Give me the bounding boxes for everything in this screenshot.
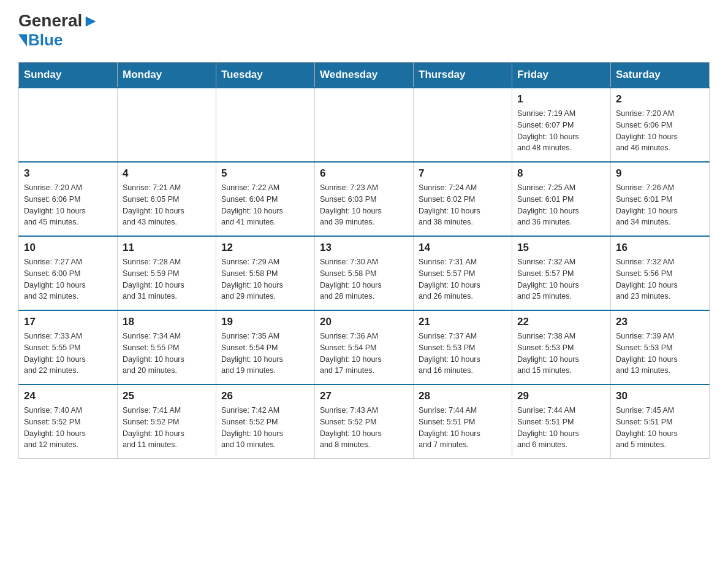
logo-blue-text: Blue: [28, 31, 63, 50]
weekday-header-row: SundayMondayTuesdayWednesdayThursdayFrid…: [19, 63, 710, 88]
logo-blue-row: Blue: [18, 31, 63, 50]
day-number: 22: [517, 316, 605, 328]
day-number: 18: [123, 316, 211, 328]
week-row-2: 3Sunrise: 7:20 AM Sunset: 6:06 PM Daylig…: [19, 162, 710, 236]
day-number: 20: [320, 316, 408, 328]
calendar-cell: [118, 88, 216, 162]
day-info: Sunrise: 7:21 AM Sunset: 6:05 PM Dayligh…: [123, 182, 211, 228]
day-info: Sunrise: 7:37 AM Sunset: 5:53 PM Dayligh…: [419, 331, 507, 377]
calendar-cell: 6Sunrise: 7:23 AM Sunset: 6:03 PM Daylig…: [315, 162, 414, 236]
day-info: Sunrise: 7:19 AM Sunset: 6:07 PM Dayligh…: [517, 108, 605, 154]
day-info: Sunrise: 7:34 AM Sunset: 5:55 PM Dayligh…: [123, 331, 211, 377]
day-number: 10: [24, 242, 112, 254]
weekday-header-friday: Friday: [512, 63, 611, 88]
day-info: Sunrise: 7:33 AM Sunset: 5:55 PM Dayligh…: [24, 331, 112, 377]
calendar-cell: 25Sunrise: 7:41 AM Sunset: 5:52 PM Dayli…: [118, 385, 216, 459]
calendar-cell: 10Sunrise: 7:27 AM Sunset: 6:00 PM Dayli…: [19, 236, 118, 310]
weekday-header-monday: Monday: [118, 63, 216, 88]
week-row-1: 1Sunrise: 7:19 AM Sunset: 6:07 PM Daylig…: [19, 88, 710, 162]
calendar-cell: 17Sunrise: 7:33 AM Sunset: 5:55 PM Dayli…: [19, 310, 118, 385]
calendar-cell: 5Sunrise: 7:22 AM Sunset: 6:04 PM Daylig…: [216, 162, 315, 236]
calendar-cell: 27Sunrise: 7:43 AM Sunset: 5:52 PM Dayli…: [315, 385, 414, 459]
day-number: 1: [517, 93, 605, 105]
weekday-header-tuesday: Tuesday: [216, 63, 315, 88]
day-number: 5: [221, 167, 309, 180]
day-info: Sunrise: 7:29 AM Sunset: 5:58 PM Dayligh…: [221, 256, 309, 302]
weekday-header-sunday: Sunday: [19, 63, 118, 88]
calendar-cell: 30Sunrise: 7:45 AM Sunset: 5:51 PM Dayli…: [611, 385, 710, 459]
day-info: Sunrise: 7:24 AM Sunset: 6:02 PM Dayligh…: [419, 182, 507, 228]
day-number: 6: [320, 167, 408, 180]
day-number: 3: [24, 167, 112, 180]
calendar-cell: 29Sunrise: 7:44 AM Sunset: 5:51 PM Dayli…: [512, 385, 611, 459]
day-info: Sunrise: 7:39 AM Sunset: 5:53 PM Dayligh…: [616, 331, 704, 377]
day-info: Sunrise: 7:44 AM Sunset: 5:51 PM Dayligh…: [517, 405, 605, 451]
calendar-cell: 23Sunrise: 7:39 AM Sunset: 5:53 PM Dayli…: [611, 310, 710, 385]
day-info: Sunrise: 7:20 AM Sunset: 6:06 PM Dayligh…: [616, 108, 704, 154]
calendar-cell: [216, 88, 315, 162]
day-number: 16: [616, 242, 704, 254]
calendar-cell: 8Sunrise: 7:25 AM Sunset: 6:01 PM Daylig…: [512, 162, 611, 236]
day-info: Sunrise: 7:20 AM Sunset: 6:06 PM Dayligh…: [24, 182, 112, 228]
calendar-cell: 4Sunrise: 7:21 AM Sunset: 6:05 PM Daylig…: [118, 162, 216, 236]
day-info: Sunrise: 7:41 AM Sunset: 5:52 PM Dayligh…: [123, 405, 211, 451]
day-number: 15: [517, 242, 605, 254]
day-number: 30: [616, 390, 704, 402]
week-row-3: 10Sunrise: 7:27 AM Sunset: 6:00 PM Dayli…: [19, 236, 710, 310]
day-number: 13: [320, 242, 408, 254]
day-info: Sunrise: 7:25 AM Sunset: 6:01 PM Dayligh…: [517, 182, 605, 228]
calendar-cell: 3Sunrise: 7:20 AM Sunset: 6:06 PM Daylig…: [19, 162, 118, 236]
calendar-cell: 9Sunrise: 7:26 AM Sunset: 6:01 PM Daylig…: [611, 162, 710, 236]
day-info: Sunrise: 7:22 AM Sunset: 6:04 PM Dayligh…: [221, 182, 309, 228]
calendar-cell: 26Sunrise: 7:42 AM Sunset: 5:52 PM Dayli…: [216, 385, 315, 459]
day-number: 27: [320, 390, 408, 402]
day-number: 12: [221, 242, 309, 254]
calendar-cell: [19, 88, 118, 162]
day-number: 28: [419, 390, 507, 402]
logo: General► Blue: [18, 12, 99, 50]
day-number: 26: [221, 390, 309, 402]
calendar-cell: 1Sunrise: 7:19 AM Sunset: 6:07 PM Daylig…: [512, 88, 611, 162]
day-info: Sunrise: 7:35 AM Sunset: 5:54 PM Dayligh…: [221, 331, 309, 377]
day-info: Sunrise: 7:31 AM Sunset: 5:57 PM Dayligh…: [419, 256, 507, 302]
logo-triangle-icon: ►: [82, 11, 99, 30]
day-number: 21: [419, 316, 507, 328]
logo-general-text: General►: [18, 12, 99, 29]
page-header: General► Blue: [18, 12, 710, 50]
day-number: 4: [123, 167, 211, 180]
week-row-4: 17Sunrise: 7:33 AM Sunset: 5:55 PM Dayli…: [19, 310, 710, 385]
day-info: Sunrise: 7:23 AM Sunset: 6:03 PM Dayligh…: [320, 182, 408, 228]
weekday-header-thursday: Thursday: [414, 63, 512, 88]
calendar-cell: 11Sunrise: 7:28 AM Sunset: 5:59 PM Dayli…: [118, 236, 216, 310]
day-number: 2: [616, 93, 704, 105]
calendar-cell: 21Sunrise: 7:37 AM Sunset: 5:53 PM Dayli…: [414, 310, 512, 385]
day-info: Sunrise: 7:28 AM Sunset: 5:59 PM Dayligh…: [123, 256, 211, 302]
calendar-cell: 14Sunrise: 7:31 AM Sunset: 5:57 PM Dayli…: [414, 236, 512, 310]
day-info: Sunrise: 7:44 AM Sunset: 5:51 PM Dayligh…: [419, 405, 507, 451]
day-number: 25: [123, 390, 211, 402]
weekday-header-saturday: Saturday: [611, 63, 710, 88]
logo-blue-triangle: [18, 34, 27, 47]
day-number: 23: [616, 316, 704, 328]
day-number: 8: [517, 167, 605, 180]
day-number: 24: [24, 390, 112, 402]
day-number: 19: [221, 316, 309, 328]
day-info: Sunrise: 7:43 AM Sunset: 5:52 PM Dayligh…: [320, 405, 408, 451]
calendar-cell: 28Sunrise: 7:44 AM Sunset: 5:51 PM Dayli…: [414, 385, 512, 459]
day-number: 7: [419, 167, 507, 180]
day-info: Sunrise: 7:32 AM Sunset: 5:57 PM Dayligh…: [517, 256, 605, 302]
day-info: Sunrise: 7:27 AM Sunset: 6:00 PM Dayligh…: [24, 256, 112, 302]
day-info: Sunrise: 7:38 AM Sunset: 5:53 PM Dayligh…: [517, 331, 605, 377]
day-number: 17: [24, 316, 112, 328]
calendar-cell: 13Sunrise: 7:30 AM Sunset: 5:58 PM Dayli…: [315, 236, 414, 310]
calendar-cell: 18Sunrise: 7:34 AM Sunset: 5:55 PM Dayli…: [118, 310, 216, 385]
calendar-cell: 15Sunrise: 7:32 AM Sunset: 5:57 PM Dayli…: [512, 236, 611, 310]
calendar-cell: 12Sunrise: 7:29 AM Sunset: 5:58 PM Dayli…: [216, 236, 315, 310]
calendar-table: SundayMondayTuesdayWednesdayThursdayFrid…: [18, 62, 710, 459]
calendar-cell: 7Sunrise: 7:24 AM Sunset: 6:02 PM Daylig…: [414, 162, 512, 236]
day-number: 14: [419, 242, 507, 254]
day-info: Sunrise: 7:45 AM Sunset: 5:51 PM Dayligh…: [616, 405, 704, 451]
calendar-cell: [414, 88, 512, 162]
calendar-cell: 2Sunrise: 7:20 AM Sunset: 6:06 PM Daylig…: [611, 88, 710, 162]
day-info: Sunrise: 7:42 AM Sunset: 5:52 PM Dayligh…: [221, 405, 309, 451]
